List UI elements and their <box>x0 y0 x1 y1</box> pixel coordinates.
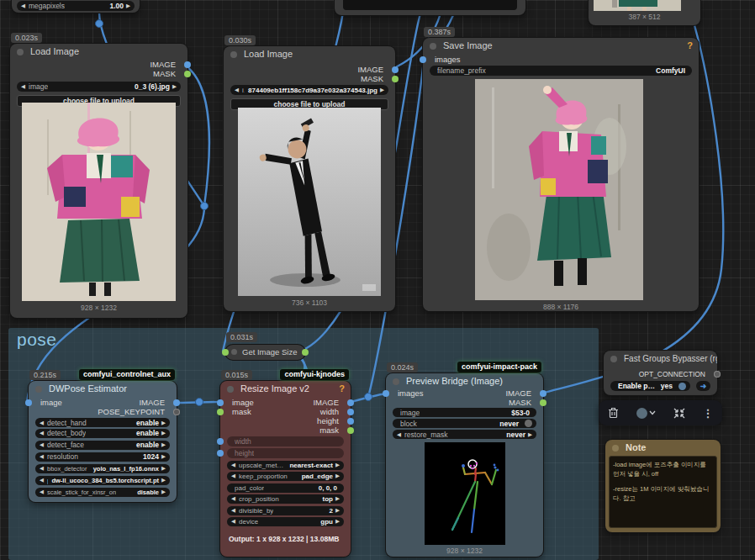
collapse-dot-icon[interactable] <box>612 445 619 452</box>
node-title[interactable]: Fast Groups Bypasser (rgt... <box>604 351 717 367</box>
node-resize-image-v2[interactable]: 0.015s comfyui-kjnodes Resize Image v2 ?… <box>220 381 351 557</box>
node-preview-bridge[interactable]: 0.024s comfyui-impact-pack Preview Bridg… <box>386 373 543 557</box>
prev-arrow-icon[interactable]: ◀ <box>397 431 401 438</box>
next-arrow-icon[interactable]: ▶ <box>335 507 340 514</box>
node-load-image-2[interactable]: 0.030s Load Image IMAGE MASK ◀ image 874… <box>224 46 395 311</box>
widget-divisible-by[interactable]: ◀divisible_by2▶ <box>227 506 344 515</box>
collapse-dot-icon[interactable] <box>430 43 436 50</box>
output-dot-mask[interactable] <box>540 399 546 406</box>
output-slot-opt-connection[interactable]: OPT_CONNECTION <box>604 369 717 379</box>
widget-input-dot-width[interactable] <box>217 438 224 445</box>
collapse-dot-icon[interactable] <box>393 378 399 385</box>
next-arrow-icon[interactable]: ▶ <box>161 430 166 436</box>
node-load-image-1[interactable]: 0.023s Load Image IMAGE MASK ◀ image 0_3… <box>10 44 187 318</box>
widget-image-file[interactable]: ◀ image 874409eb1ff158c7d9a37e032a374543… <box>230 85 388 95</box>
widget-megapixels[interactable]: ◀ megapixels 1.00 ▶ <box>17 1 135 11</box>
node-title[interactable]: Resize Image v2 <box>220 381 351 397</box>
node-get-image-size[interactable]: 0.031s Get Image Size <box>225 345 305 360</box>
node-fast-groups-bypasser[interactable]: Fast Groups Bypasser (rgt... OPT_CONNECT… <box>604 351 717 395</box>
help-icon[interactable]: ? <box>339 383 345 394</box>
node-title[interactable]: Preview Bridge (Image) <box>386 373 543 389</box>
node-title[interactable]: Note <box>605 440 721 456</box>
prev-arrow-icon[interactable]: ◀ <box>231 495 235 502</box>
widget-bbox-detector[interactable]: ◀bbox_detectoryolo_nas_l_fp16.onnx▶ <box>35 464 170 473</box>
output-slot-mask[interactable]: MASK <box>224 74 395 84</box>
next-arrow-icon[interactable]: ▶ <box>335 495 340 502</box>
widget-enable-pose[interactable]: Enable pose yes <box>610 381 690 391</box>
prev-arrow-icon[interactable]: ◀ <box>40 489 44 495</box>
widget-detect-hand[interactable]: ◀detect_handenable▶ <box>35 418 170 427</box>
widget-input-height[interactable]: height <box>227 448 344 458</box>
output-slot-pose-keypoint[interactable]: POSE_KEYPOINT <box>29 407 177 417</box>
prev-arrow-icon[interactable]: ◀ <box>231 518 235 525</box>
widget-device[interactable]: ◀devicegpu▶ <box>227 517 344 526</box>
prev-arrow-icon[interactable]: ◀ <box>231 462 235 468</box>
next-arrow-icon[interactable]: ▶ <box>161 441 166 448</box>
widget-image-file[interactable]: ◀ image 0_3 (6).jpg ▶ <box>17 82 181 92</box>
node-dwpose-estimator[interactable]: 0.215s comfyui_controlnet_aux DWPose Est… <box>29 381 177 502</box>
next-file-arrow-icon[interactable]: ▶ <box>380 87 384 93</box>
node-title[interactable]: Load Image <box>224 46 395 62</box>
next-arrow-icon[interactable]: ▶ <box>161 453 166 460</box>
widget-upscale-method[interactable]: ◀upscale_methodnearest-exact▶ <box>227 461 344 470</box>
collapse-nodes-button[interactable] <box>673 408 685 419</box>
prev-arrow-icon[interactable]: ◀ <box>231 473 235 479</box>
group-pose-title[interactable]: pose <box>17 330 57 350</box>
node-megapixels-partial[interactable]: ◀ megapixels 1.00 ▶ <box>12 0 140 13</box>
node-partial-top-middle[interactable] <box>335 0 525 15</box>
output-slot-mask[interactable]: mask <box>220 425 351 436</box>
prev-arrow-icon[interactable]: ◀ <box>40 420 44 426</box>
next-arrow-icon[interactable]: ▶ <box>161 465 166 472</box>
increment-arrow-icon[interactable]: ▶ <box>126 3 130 9</box>
goto-group-arrow-icon[interactable]: ➜ <box>696 381 710 391</box>
output-dot-pose-keypoint[interactable] <box>173 409 180 415</box>
output-dot-image[interactable] <box>173 399 180 406</box>
widget-pad-color[interactable]: pad_color0, 0, 0 <box>227 483 344 493</box>
node-partial-top-right[interactable]: 387 × 512 <box>589 0 700 25</box>
output-dot-image[interactable] <box>347 399 354 406</box>
input-slot-images[interactable]: images <box>423 55 699 65</box>
note-text[interactable]: -load image에 포즈추출 이미지를 먼저 넣을 시, off -res… <box>609 456 717 528</box>
widget-pose-estimator[interactable]: ◀pos...dw-ll_ucoco_384_bs5.torchscript.p… <box>35 476 170 485</box>
prev-arrow-icon[interactable]: ◀ <box>231 507 235 514</box>
prev-arrow-icon[interactable]: ◀ <box>40 453 44 460</box>
next-arrow-icon[interactable]: ▶ <box>335 518 340 525</box>
next-arrow-icon[interactable]: ▶ <box>528 431 532 438</box>
widget-scale-stick[interactable]: ◀scale_stick_for_xinsr_ondisable▶ <box>35 488 170 497</box>
next-arrow-icon[interactable]: ▶ <box>161 477 166 483</box>
help-icon[interactable]: ? <box>687 40 693 50</box>
widget-input-width[interactable]: width <box>227 436 344 446</box>
enable-pose-toggle[interactable] <box>678 383 686 390</box>
collapse-dot-icon[interactable] <box>35 386 42 393</box>
widget-block[interactable]: blocknever <box>393 419 536 428</box>
output-slot-mask[interactable]: MASK <box>386 398 543 408</box>
input-dot-images[interactable] <box>420 56 426 63</box>
next-arrow-icon[interactable]: ▶ <box>335 462 340 468</box>
collapse-dot-icon[interactable] <box>17 49 24 55</box>
next-arrow-icon[interactable]: ▶ <box>161 420 166 426</box>
node-title[interactable]: Load Image <box>10 44 187 60</box>
more-options-button[interactable]: ⋮ <box>703 407 714 420</box>
input-dot[interactable] <box>222 349 229 356</box>
widget-image-id[interactable]: image$53-0 <box>393 408 536 417</box>
output-dot-mask[interactable] <box>184 71 191 77</box>
widget-detect-face[interactable]: ◀detect_faceenable▶ <box>35 441 170 450</box>
widget-detect-body[interactable]: ◀detect_bodyenable▶ <box>35 429 170 438</box>
prev-file-arrow-icon[interactable]: ◀ <box>21 83 25 90</box>
output-dot-mask[interactable] <box>392 76 399 82</box>
collapse-dot-icon[interactable] <box>227 386 234 393</box>
prev-arrow-icon[interactable]: ◀ <box>40 441 44 448</box>
node-note[interactable]: Note -load image에 포즈추출 이미지를 먼저 넣을 시, off… <box>605 440 721 532</box>
next-arrow-icon[interactable]: ▶ <box>335 473 340 479</box>
widget-keep-proportion[interactable]: ◀keep_proportionpad_edge▶ <box>227 472 344 481</box>
prev-file-arrow-icon[interactable]: ◀ <box>235 87 239 93</box>
prev-arrow-icon[interactable]: ◀ <box>40 465 44 472</box>
node-title[interactable]: Save Image <box>423 38 699 54</box>
output-dot-image[interactable] <box>540 390 546 397</box>
next-file-arrow-icon[interactable]: ▶ <box>172 83 177 90</box>
output-dot-width[interactable] <box>347 409 354 415</box>
node-save-image[interactable]: 0.387s Save Image ? images filename_pref… <box>423 38 699 311</box>
output-dot-image[interactable] <box>392 66 399 73</box>
node-title[interactable]: DWPose Estimator <box>29 381 177 397</box>
widget-crop-position[interactable]: ◀crop_positiontop▶ <box>227 494 344 504</box>
